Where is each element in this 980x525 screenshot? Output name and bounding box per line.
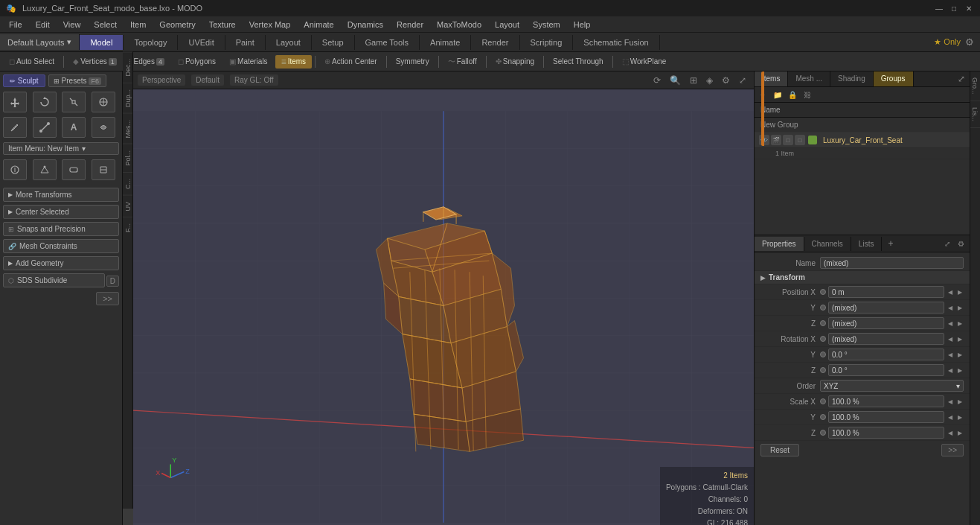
order-dropdown[interactable]: XYZ ▾ [820,380,964,392]
workplane-btn[interactable]: ⬚ WorkPlane [616,56,673,67]
menu-maxtomode[interactable]: MaxToModo [431,19,487,31]
scale-x-dot[interactable] [820,398,826,404]
menu-vertex-map[interactable]: Vertex Map [243,19,297,31]
rotation-y-left-arrow[interactable]: ◀ [947,351,954,358]
viewport-canvas[interactable]: Z Y X [133,89,754,525]
snaps-precision-btn[interactable]: ⊞ Snaps and Precision [3,222,119,236]
menu-layout[interactable]: Layout [489,19,525,31]
scale-y-dot[interactable] [820,414,826,420]
menu-item[interactable]: Item [124,19,152,31]
viewport-render-mode-icon[interactable]: ◈ [703,74,716,87]
tab-properties[interactable]: Properties [755,237,804,251]
sds-subdivide-btn[interactable]: ⬡ SDS Subdivide [3,273,105,287]
position-y-dot[interactable] [820,305,826,311]
tab-paint[interactable]: Paint [225,35,266,50]
scale-x-input[interactable]: 100.0 % [828,395,944,407]
menu-select[interactable]: Select [88,19,123,31]
item-menu-dropdown[interactable]: Item Menu: New Item ▾ [3,142,119,155]
right-tab-groups[interactable]: Groups [874,71,914,86]
menu-edit[interactable]: Edit [30,19,56,31]
rotation-x-right-arrow[interactable]: ▶ [956,336,964,343]
scale-y-right-arrow[interactable]: ▶ [956,414,964,421]
tool-t3[interactable] [62,159,86,180]
tab-model[interactable]: Model [80,35,124,50]
viewport-settings-icon[interactable]: ⚙ [719,74,733,87]
tab-render[interactable]: Render [471,35,519,50]
tab-animate[interactable]: Animate [420,35,471,50]
tab-channels[interactable]: Channels [804,237,851,251]
materials-btn[interactable]: ▣ Materials [223,56,274,67]
action-center-btn[interactable]: ⊕ Action Center [318,56,383,67]
rotation-z-dot[interactable] [820,367,826,373]
sculpt-button[interactable]: ✏ Sculpt [3,74,45,87]
side-tab-uv[interactable]: UV [123,195,132,217]
mesh-constraints-btn[interactable]: 🔗 Mesh Constraints [3,239,119,253]
position-x-dot[interactable] [820,289,826,295]
scale-z-left-arrow[interactable]: ◀ [947,430,954,436]
layout-preset-dropdown[interactable]: Default Layouts ▾ [0,34,80,50]
more-transforms-btn[interactable]: ▶ More Transforms [3,188,119,202]
tool-scale[interactable] [62,92,86,112]
rotation-z-input[interactable]: 0.0 ° [828,364,944,376]
goto-button[interactable]: >> [941,444,964,456]
side-tab-pol[interactable]: Pol... [123,144,132,172]
minimize-button[interactable]: — [934,3,944,13]
tool-transform[interactable] [92,92,115,112]
side-tab-dec[interactable]: Dec... [123,52,132,83]
settings-icon[interactable]: ⚙ [965,36,974,48]
rp-icon-lock[interactable]: 🔒 [786,89,799,101]
rotation-z-left-arrow[interactable]: ◀ [947,367,954,374]
select-through-btn[interactable]: Select Through [547,56,609,67]
tool-extra[interactable] [92,117,115,138]
viewport-orbit-icon[interactable]: ⟳ [650,74,664,87]
tool-t2[interactable] [33,159,57,180]
scale-z-right-arrow[interactable]: ▶ [956,430,964,436]
tab-schematic[interactable]: Schematic Fusion [573,35,659,50]
position-x-input[interactable]: 0 m [828,286,944,298]
menu-render[interactable]: Render [391,19,429,31]
position-y-left-arrow[interactable]: ◀ [947,305,954,311]
menu-file[interactable]: File [3,19,28,31]
right-tab-items[interactable]: Items [755,71,788,86]
viewport-shading-label[interactable]: Default [191,74,224,86]
position-y-input[interactable]: (mixed) [828,302,944,314]
props-settings-icon[interactable]: ⚙ [955,238,967,249]
side-tab-mes[interactable]: Mes... [123,113,132,144]
right-panel-expand-icon[interactable]: ⤢ [953,71,970,86]
tab-setup[interactable]: Setup [312,35,355,50]
side-tab-f[interactable]: F... [123,217,132,238]
presets-button[interactable]: ⊞ Presets F6 [48,74,106,87]
rotation-y-input[interactable]: 0.0 ° [828,349,944,360]
position-x-right-arrow[interactable]: ▶ [956,289,964,296]
right-side-tab-gro[interactable]: Gro... [970,71,980,101]
position-x-left-arrow[interactable]: ◀ [947,289,954,296]
rotation-y-right-arrow[interactable]: ▶ [956,351,964,358]
right-tab-shading[interactable]: Shading [830,71,874,86]
viewport-area[interactable]: Perspective Default Ray GL: Off ⟳ 🔍 ⊞ ◈ … [133,71,754,525]
reset-button[interactable]: Reset [760,444,799,456]
viewport-perspective-label[interactable]: Perspective [138,74,185,86]
expand-tools-btn[interactable]: >> [96,292,119,305]
scale-y-input[interactable]: 100.0 % [828,411,944,423]
position-y-right-arrow[interactable]: ▶ [956,305,964,311]
viewport-zoom-icon[interactable]: 🔍 [667,74,684,87]
menu-help[interactable]: Help [568,19,597,31]
position-z-dot[interactable] [820,320,826,326]
menu-dynamics[interactable]: Dynamics [342,19,389,31]
tool-t4[interactable] [92,159,115,180]
add-tab-btn[interactable]: + [882,235,899,252]
prop-name-input[interactable]: (mixed) [820,257,964,269]
falloff-btn[interactable]: 〜 Falloff [442,55,483,69]
tab-game-tools[interactable]: Game Tools [355,35,420,50]
right-side-tab-lis[interactable]: Lis... [970,101,980,128]
tool-t1[interactable] [3,159,27,180]
scale-x-left-arrow[interactable]: ◀ [947,398,954,405]
rotation-x-dot[interactable] [820,336,826,342]
rp-icon-chain[interactable]: ⛓ [801,89,814,101]
tool-move[interactable] [3,92,27,112]
item-sel-icon[interactable]: □ [795,135,805,145]
add-geometry-btn[interactable]: ▶ Add Geometry [3,256,119,270]
close-button[interactable]: ✕ [964,3,974,13]
rp-icon-folder[interactable]: 📁 [771,89,784,101]
tool-text[interactable]: A [62,117,86,138]
